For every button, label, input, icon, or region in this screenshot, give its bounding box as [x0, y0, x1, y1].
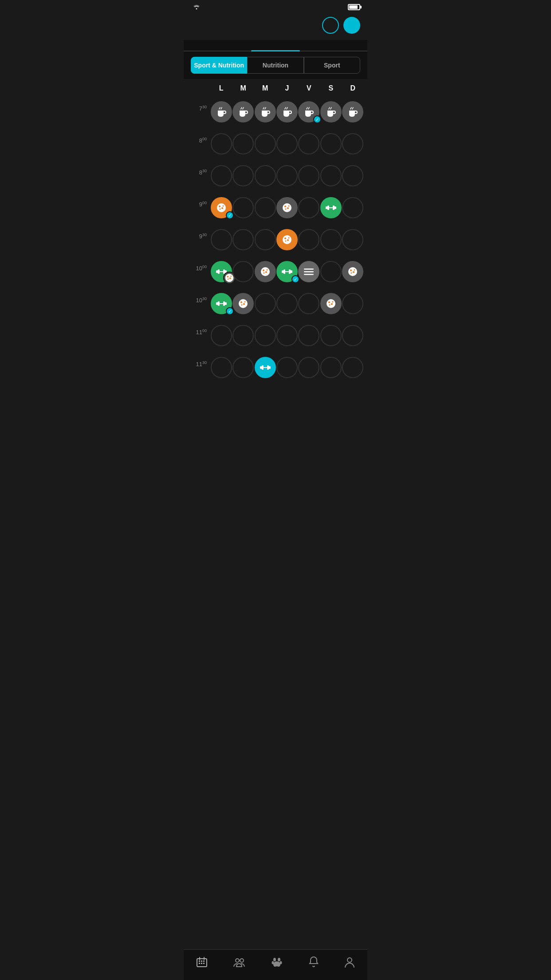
cell-empty[interactable]	[210, 320, 232, 351]
cell-empty[interactable]	[276, 129, 298, 159]
cell-empty[interactable]	[320, 129, 342, 159]
info-button[interactable]	[343, 17, 360, 34]
svg-rect-38	[289, 269, 291, 274]
cell-empty[interactable]	[298, 352, 320, 383]
cell-gray[interactable]	[276, 97, 298, 127]
circle-gray	[232, 101, 254, 122]
header	[184, 12, 367, 40]
svg-point-31	[263, 269, 264, 271]
time-row-8-30: 830	[184, 160, 367, 192]
circle-empty	[276, 357, 298, 378]
cell-empty[interactable]	[342, 161, 364, 191]
time-row-7-30: 730	[184, 96, 367, 128]
cell-empty[interactable]	[254, 129, 276, 159]
cell-empty[interactable]	[210, 129, 232, 159]
status-left	[191, 4, 200, 11]
cell-empty[interactable]	[210, 161, 232, 191]
cell-empty[interactable]	[232, 352, 254, 383]
cell-green[interactable]: ✓	[276, 257, 298, 287]
circle-empty	[298, 229, 319, 250]
cell-darkgray[interactable]	[298, 257, 320, 287]
status-right	[348, 4, 360, 10]
cell-empty[interactable]	[320, 161, 342, 191]
svg-point-46	[351, 273, 352, 274]
cell-empty[interactable]	[298, 225, 320, 255]
cell-blue[interactable]	[254, 352, 276, 383]
cell-gray[interactable]	[320, 288, 342, 319]
cell-empty[interactable]	[320, 352, 342, 383]
cell-gray[interactable]	[254, 257, 276, 287]
tab-sport-nutrition[interactable]: Sport & Nutrition	[191, 57, 247, 74]
cell-gray[interactable]	[276, 193, 298, 223]
add-button[interactable]	[322, 17, 339, 34]
cell-empty[interactable]	[254, 288, 276, 319]
cell-empty[interactable]	[232, 257, 254, 287]
cell-empty[interactable]	[320, 320, 342, 351]
header-actions	[322, 17, 360, 34]
cell-gray[interactable]	[342, 257, 364, 287]
cell-empty[interactable]	[232, 320, 254, 351]
cell-empty[interactable]	[232, 193, 254, 223]
cell-green[interactable]: ✓	[210, 288, 232, 319]
cell-orange[interactable]: ✓	[210, 193, 232, 223]
cell-empty[interactable]	[342, 288, 364, 319]
cell-empty[interactable]	[342, 225, 364, 255]
cell-empty[interactable]	[254, 225, 276, 255]
week-nav	[184, 40, 367, 51]
circle-empty	[211, 133, 232, 154]
circle-empty	[255, 197, 276, 218]
cell-gray[interactable]	[232, 288, 254, 319]
circle-empty	[211, 325, 232, 346]
cell-empty[interactable]	[342, 129, 364, 159]
circle-gray	[342, 261, 363, 282]
cell-gray[interactable]	[320, 97, 342, 127]
cell-empty[interactable]	[342, 352, 364, 383]
cell-empty[interactable]	[210, 225, 232, 255]
cell-empty[interactable]	[342, 193, 364, 223]
time-label: 1130	[187, 352, 210, 368]
svg-rect-51	[223, 301, 225, 306]
cell-empty[interactable]	[254, 320, 276, 351]
circle-green: ✓	[276, 261, 298, 282]
cell-empty[interactable]	[320, 225, 342, 255]
svg-rect-65	[262, 365, 264, 370]
svg-rect-40	[304, 269, 314, 270]
circle-empty	[255, 165, 276, 186]
cell-empty[interactable]	[232, 161, 254, 191]
cell-empty[interactable]	[298, 161, 320, 191]
cell-empty[interactable]	[232, 225, 254, 255]
cell-empty[interactable]	[320, 257, 342, 287]
cell-empty[interactable]	[232, 129, 254, 159]
cell-empty[interactable]	[298, 193, 320, 223]
back-button[interactable]	[191, 24, 194, 27]
tab-sport[interactable]: Sport	[304, 57, 360, 74]
week-prev[interactable]	[184, 45, 245, 51]
time-label: 830	[187, 161, 210, 176]
cell-gray[interactable]	[210, 97, 232, 127]
cell-gray[interactable]	[254, 97, 276, 127]
cell-empty[interactable]	[210, 352, 232, 383]
circle-empty	[342, 229, 363, 250]
svg-point-9	[288, 205, 289, 207]
week-current[interactable]	[245, 45, 306, 51]
week-next[interactable]	[306, 45, 367, 51]
circle-gray	[320, 293, 342, 314]
cell-green[interactable]	[210, 257, 232, 287]
tab-nutrition[interactable]: Nutrition	[247, 57, 303, 74]
cell-empty[interactable]	[298, 288, 320, 319]
cell-empty[interactable]	[276, 288, 298, 319]
cell-gray[interactable]: ✓	[298, 97, 320, 127]
cell-gray[interactable]	[232, 97, 254, 127]
cell-empty[interactable]	[254, 193, 276, 223]
cell-green[interactable]	[320, 193, 342, 223]
cell-empty[interactable]	[254, 161, 276, 191]
time-grid: 730	[184, 96, 367, 383]
cell-empty[interactable]	[298, 320, 320, 351]
cell-empty[interactable]	[298, 129, 320, 159]
cell-empty[interactable]	[276, 352, 298, 383]
cell-orange[interactable]	[276, 225, 298, 255]
cell-empty[interactable]	[276, 161, 298, 191]
cell-empty[interactable]	[276, 320, 298, 351]
cell-empty[interactable]	[342, 320, 364, 351]
cell-gray[interactable]	[342, 97, 364, 127]
